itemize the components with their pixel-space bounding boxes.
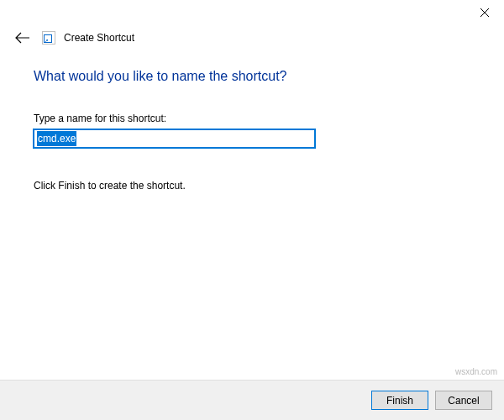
name-label: Type a name for this shortcut: — [34, 113, 470, 124]
instruction-text: Click Finish to create the shortcut. — [34, 180, 470, 192]
footer: Finish Cancel — [0, 380, 504, 420]
content-area: What would you like to name the shortcut… — [0, 45, 504, 192]
input-value: cmd.exe — [37, 131, 76, 146]
cancel-button[interactable]: Cancel — [435, 391, 492, 410]
header: Create Shortcut — [0, 25, 504, 45]
page-heading: What would you like to name the shortcut… — [34, 69, 470, 84]
arrow-left-icon — [15, 32, 30, 44]
finish-button[interactable]: Finish — [371, 391, 428, 410]
dialog-title: Create Shortcut — [64, 32, 134, 44]
titlebar — [0, 0, 504, 25]
shortcut-icon — [42, 31, 55, 45]
shortcut-name-input[interactable]: cmd.exe — [34, 129, 315, 148]
close-button[interactable] — [465, 0, 504, 25]
watermark: wsxdn.com — [455, 367, 497, 376]
back-button[interactable] — [12, 30, 34, 45]
close-icon — [480, 8, 489, 17]
